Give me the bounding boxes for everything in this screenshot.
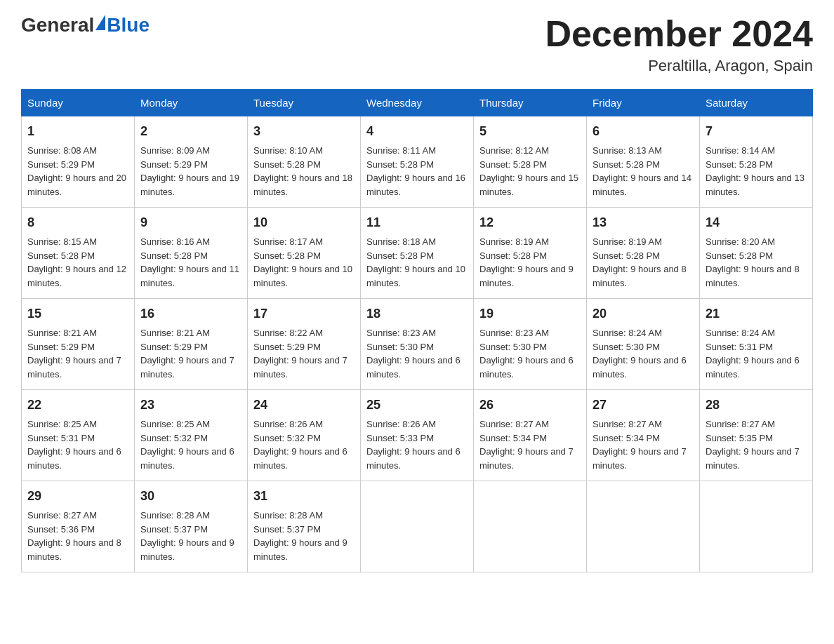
daylight-info: Daylight: 9 hours and 18 minutes.: [253, 173, 352, 197]
sunset-info: Sunset: 5:33 PM: [366, 433, 434, 443]
sunrise-info: Sunrise: 8:13 AM: [593, 145, 662, 156]
daylight-info: Daylight: 9 hours and 6 minutes.: [27, 446, 121, 471]
day-number: 14: [706, 213, 807, 232]
sunset-info: Sunset: 5:28 PM: [253, 250, 321, 261]
sunrise-info: Sunrise: 8:12 AM: [479, 145, 549, 156]
page-subtitle: Peraltilla, Aragon, Spain: [545, 57, 813, 75]
sunrise-info: Sunrise: 8:18 AM: [366, 236, 436, 247]
calendar-cell: [700, 481, 813, 572]
sunset-info: Sunset: 5:30 PM: [593, 342, 660, 352]
calendar-cell: 26Sunrise: 8:27 AMSunset: 5:34 PMDayligh…: [474, 390, 587, 481]
sunrise-info: Sunrise: 8:28 AM: [140, 510, 210, 521]
sunset-info: Sunset: 5:28 PM: [27, 250, 95, 261]
daylight-info: Daylight: 9 hours and 6 minutes.: [366, 446, 461, 471]
sunset-info: Sunset: 5:28 PM: [366, 250, 434, 261]
daylight-info: Daylight: 9 hours and 7 minutes.: [593, 446, 687, 471]
sunrise-info: Sunrise: 8:27 AM: [479, 419, 549, 429]
daylight-info: Daylight: 9 hours and 13 minutes.: [706, 173, 805, 197]
sunrise-info: Sunrise: 8:25 AM: [27, 419, 97, 429]
calendar-cell: 23Sunrise: 8:25 AMSunset: 5:32 PMDayligh…: [135, 390, 248, 481]
sunrise-info: Sunrise: 8:24 AM: [706, 328, 775, 338]
sunrise-info: Sunrise: 8:11 AM: [366, 145, 436, 156]
day-number: 4: [366, 122, 468, 141]
sunset-info: Sunset: 5:29 PM: [140, 159, 208, 170]
title-block: December 2024 Peraltilla, Aragon, Spain: [545, 14, 813, 75]
day-number: 15: [27, 304, 128, 323]
daylight-info: Daylight: 9 hours and 8 minutes.: [593, 264, 687, 288]
sunset-info: Sunset: 5:35 PM: [706, 433, 773, 443]
header-thursday: Thursday: [474, 90, 587, 116]
calendar-cell: 15Sunrise: 8:21 AMSunset: 5:29 PMDayligh…: [22, 299, 135, 390]
calendar-cell: 25Sunrise: 8:26 AMSunset: 5:33 PMDayligh…: [361, 390, 474, 481]
daylight-info: Daylight: 9 hours and 10 minutes.: [366, 264, 465, 288]
calendar-cell: 31Sunrise: 8:28 AMSunset: 5:37 PMDayligh…: [248, 481, 361, 572]
sunset-info: Sunset: 5:28 PM: [706, 159, 773, 170]
sunrise-info: Sunrise: 8:20 AM: [706, 236, 775, 247]
daylight-info: Daylight: 9 hours and 9 minutes.: [140, 537, 234, 562]
calendar-cell: [361, 481, 474, 572]
day-number: 17: [253, 304, 355, 323]
day-number: 1: [27, 122, 128, 141]
sunrise-info: Sunrise: 8:28 AM: [253, 510, 323, 521]
logo-general-text: General: [21, 14, 94, 36]
daylight-info: Daylight: 9 hours and 6 minutes.: [479, 355, 574, 380]
calendar-cell: 12Sunrise: 8:19 AMSunset: 5:28 PMDayligh…: [474, 208, 587, 299]
calendar-cell: 3Sunrise: 8:10 AMSunset: 5:28 PMDaylight…: [248, 116, 361, 208]
calendar-cell: 5Sunrise: 8:12 AMSunset: 5:28 PMDaylight…: [474, 116, 587, 208]
daylight-info: Daylight: 9 hours and 7 minutes.: [253, 355, 348, 380]
sunset-info: Sunset: 5:37 PM: [253, 524, 321, 535]
calendar-cell: 4Sunrise: 8:11 AMSunset: 5:28 PMDaylight…: [361, 116, 474, 208]
page-title: December 2024: [545, 14, 813, 54]
sunset-info: Sunset: 5:29 PM: [27, 342, 95, 352]
sunset-info: Sunset: 5:28 PM: [593, 159, 660, 170]
calendar-week-row: 1Sunrise: 8:08 AMSunset: 5:29 PMDaylight…: [22, 116, 813, 208]
header-wednesday: Wednesday: [361, 90, 474, 116]
sunrise-info: Sunrise: 8:26 AM: [253, 419, 323, 429]
calendar-cell: 29Sunrise: 8:27 AMSunset: 5:36 PMDayligh…: [22, 481, 135, 572]
sunrise-info: Sunrise: 8:08 AM: [27, 145, 97, 156]
daylight-info: Daylight: 9 hours and 7 minutes.: [479, 446, 574, 471]
calendar-cell: [587, 481, 700, 572]
header-friday: Friday: [587, 90, 700, 116]
sunset-info: Sunset: 5:36 PM: [27, 524, 95, 535]
sunset-info: Sunset: 5:30 PM: [479, 342, 547, 352]
daylight-info: Daylight: 9 hours and 9 minutes.: [253, 537, 348, 562]
sunrise-info: Sunrise: 8:25 AM: [140, 419, 210, 429]
daylight-info: Daylight: 9 hours and 12 minutes.: [27, 264, 126, 288]
calendar-header-row: SundayMondayTuesdayWednesdayThursdayFrid…: [22, 90, 813, 116]
calendar-cell: 21Sunrise: 8:24 AMSunset: 5:31 PMDayligh…: [700, 299, 813, 390]
calendar-cell: 30Sunrise: 8:28 AMSunset: 5:37 PMDayligh…: [135, 481, 248, 572]
sunrise-info: Sunrise: 8:17 AM: [253, 236, 323, 247]
sunset-info: Sunset: 5:31 PM: [706, 342, 773, 352]
calendar-cell: [474, 481, 587, 572]
sunset-info: Sunset: 5:29 PM: [27, 159, 95, 170]
sunset-info: Sunset: 5:28 PM: [366, 159, 434, 170]
header-tuesday: Tuesday: [248, 90, 361, 116]
sunset-info: Sunset: 5:28 PM: [253, 159, 321, 170]
calendar-week-row: 29Sunrise: 8:27 AMSunset: 5:36 PMDayligh…: [22, 481, 813, 572]
sunrise-info: Sunrise: 8:19 AM: [593, 236, 662, 247]
day-number: 6: [593, 122, 694, 141]
day-number: 13: [593, 213, 694, 232]
calendar-cell: 8Sunrise: 8:15 AMSunset: 5:28 PMDaylight…: [22, 208, 135, 299]
logo: General Blue: [21, 14, 150, 36]
sunset-info: Sunset: 5:28 PM: [706, 250, 773, 261]
daylight-info: Daylight: 9 hours and 6 minutes.: [366, 355, 461, 380]
daylight-info: Daylight: 9 hours and 6 minutes.: [140, 446, 234, 471]
sunrise-info: Sunrise: 8:26 AM: [366, 419, 436, 429]
day-number: 21: [706, 304, 807, 323]
day-number: 29: [27, 487, 128, 506]
daylight-info: Daylight: 9 hours and 6 minutes.: [593, 355, 687, 380]
calendar-week-row: 22Sunrise: 8:25 AMSunset: 5:31 PMDayligh…: [22, 390, 813, 481]
calendar-cell: 24Sunrise: 8:26 AMSunset: 5:32 PMDayligh…: [248, 390, 361, 481]
day-number: 8: [27, 213, 128, 232]
logo-triangle-icon: [95, 15, 105, 30]
daylight-info: Daylight: 9 hours and 8 minutes.: [706, 264, 800, 288]
daylight-info: Daylight: 9 hours and 6 minutes.: [706, 355, 800, 380]
day-number: 23: [140, 396, 241, 415]
sunset-info: Sunset: 5:31 PM: [27, 433, 95, 443]
page-header: General Blue December 2024 Peraltilla, A…: [21, 14, 813, 75]
sunrise-info: Sunrise: 8:15 AM: [27, 236, 97, 247]
daylight-info: Daylight: 9 hours and 19 minutes.: [140, 173, 239, 197]
calendar-week-row: 15Sunrise: 8:21 AMSunset: 5:29 PMDayligh…: [22, 299, 813, 390]
